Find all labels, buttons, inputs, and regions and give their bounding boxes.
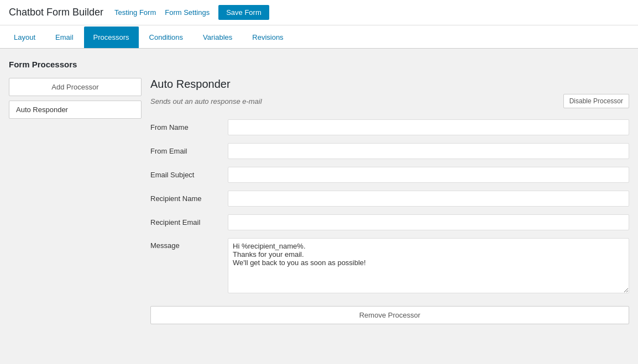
- message-label: Message: [150, 238, 228, 250]
- recipient-email-label: Recipient Email: [150, 218, 228, 226]
- from-name-label: From Name: [150, 123, 228, 131]
- remove-processor-button[interactable]: Remove Processor: [150, 306, 629, 324]
- email-subject-field: [228, 167, 629, 183]
- app-title: Chatbot Form Builder: [9, 7, 103, 18]
- tab-layout[interactable]: Layout: [4, 27, 45, 48]
- recipient-name-field: [228, 191, 629, 207]
- tab-email[interactable]: Email: [46, 27, 83, 48]
- from-email-label: From Email: [150, 147, 228, 155]
- form-fields: From Name From Email Email Subject: [150, 119, 629, 295]
- content-layout: Add Processor Auto Responder Auto Respon…: [9, 78, 629, 324]
- from-name-row: From Name: [150, 119, 629, 135]
- from-email-input[interactable]: [228, 143, 629, 159]
- form-settings-link[interactable]: Form Settings: [165, 8, 210, 17]
- from-email-field: [228, 143, 629, 159]
- disable-processor-button[interactable]: Disable Processor: [563, 94, 629, 108]
- email-subject-row: Email Subject: [150, 167, 629, 183]
- processor-item-auto-responder[interactable]: Auto Responder: [9, 101, 142, 119]
- testing-form-link[interactable]: Testing Form: [114, 8, 156, 17]
- recipient-name-label: Recipient Name: [150, 194, 228, 203]
- section-title: Form Processors: [9, 60, 629, 69]
- processor-title: Auto Responder: [150, 78, 629, 91]
- add-processor-button[interactable]: Add Processor: [9, 78, 142, 96]
- email-subject-input[interactable]: [228, 167, 629, 183]
- from-email-row: From Email: [150, 143, 629, 159]
- recipient-name-row: Recipient Name: [150, 191, 629, 207]
- message-field: Hi %recipient_name%. Thanks for your ema…: [228, 238, 629, 295]
- main-content: Form Processors Add Processor Auto Respo…: [0, 49, 638, 364]
- message-row: Message Hi %recipient_name%. Thanks for …: [150, 238, 629, 295]
- tab-revisions[interactable]: Revisions: [243, 27, 292, 48]
- recipient-email-input[interactable]: [228, 214, 629, 230]
- sidebar: Add Processor Auto Responder: [9, 78, 142, 324]
- detail-panel: Auto Responder Sends out an auto respons…: [150, 78, 629, 324]
- from-name-input[interactable]: [228, 119, 629, 135]
- message-textarea[interactable]: Hi %recipient_name%. Thanks for your ema…: [228, 238, 629, 293]
- tab-conditions[interactable]: Conditions: [140, 27, 192, 48]
- processor-desc-row: Sends out an auto response e-mail Disabl…: [150, 94, 629, 108]
- recipient-email-row: Recipient Email: [150, 214, 629, 230]
- email-subject-label: Email Subject: [150, 171, 228, 179]
- header: Chatbot Form Builder Testing Form Form S…: [0, 0, 638, 25]
- nav-tabs: Layout Email Processors Conditions Varia…: [0, 25, 638, 49]
- tab-variables[interactable]: Variables: [194, 27, 242, 48]
- processor-description: Sends out an auto response e-mail: [150, 97, 262, 105]
- tab-processors[interactable]: Processors: [84, 27, 139, 48]
- recipient-email-field: [228, 214, 629, 230]
- from-name-field: [228, 119, 629, 135]
- save-form-button[interactable]: Save Form: [218, 5, 269, 20]
- recipient-name-input[interactable]: [228, 191, 629, 207]
